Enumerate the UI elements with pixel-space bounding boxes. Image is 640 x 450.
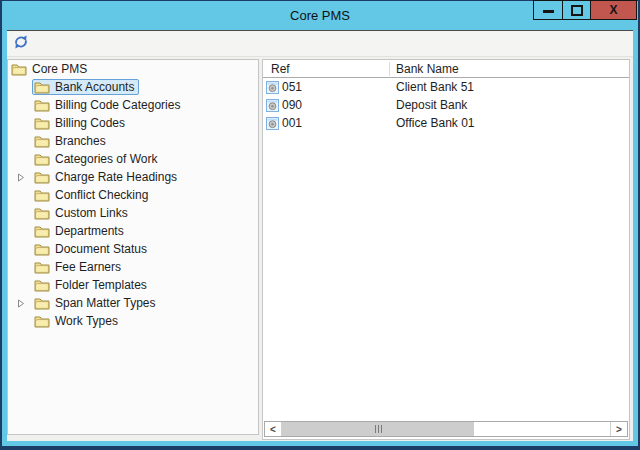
tree-item-charge-rate-headings[interactable]: Charge Rate Headings [8, 168, 258, 186]
tree-label-box: Conflict Checking [32, 187, 153, 203]
table-row[interactable]: 051Client Bank 51 [263, 78, 629, 96]
ref-value: 001 [282, 116, 302, 130]
tree-item-folder-templates[interactable]: Folder Templates [8, 276, 258, 294]
navigation-tree: Core PMSBank AccountsBilling Code Catego… [7, 59, 259, 435]
refresh-icon [13, 34, 29, 54]
window-frame: Core PMS Core PMSBank AccountsBil [2, 1, 638, 446]
column-header-bank-name[interactable]: Bank Name [390, 62, 629, 76]
horizontal-scrollbar[interactable]: < > [264, 421, 628, 437]
tree-label-box: Custom Links [32, 205, 133, 221]
folder-icon [34, 207, 50, 220]
toolbar [7, 31, 633, 57]
tree-item-label: Billing Code Categories [55, 98, 180, 112]
minimize-icon [543, 10, 554, 13]
main-area: Core PMSBank AccountsBilling Code Catego… [7, 58, 633, 441]
tree-item-billing-codes[interactable]: Billing Codes [8, 114, 258, 132]
tree-label-box: Categories of Work [32, 151, 163, 167]
tree-item-label: Categories of Work [55, 152, 158, 166]
scroll-right-arrow-icon[interactable]: > [610, 422, 627, 436]
tree-item-core-pms[interactable]: Core PMS [8, 60, 258, 78]
tree-label-box: Folder Templates [32, 277, 152, 293]
table-row[interactable]: 001Office Bank 01 [263, 114, 629, 132]
ref-cell: 090 [263, 98, 390, 112]
scroll-left-arrow-icon[interactable]: < [265, 422, 282, 436]
tree-item-label: Charge Rate Headings [55, 170, 177, 184]
expand-arrow-icon[interactable] [17, 299, 25, 308]
tree-item-label: Work Types [55, 314, 118, 328]
maximize-icon [571, 5, 583, 16]
folder-icon [34, 117, 50, 130]
folder-icon [34, 153, 50, 166]
tree-item-label: Billing Codes [55, 116, 125, 130]
tree-item-label: Core PMS [32, 62, 87, 76]
folder-icon [34, 315, 50, 328]
tree-item-label: Fee Earners [55, 260, 121, 274]
folder-icon [34, 297, 50, 310]
tree-item-bank-accounts[interactable]: Bank Accounts [8, 78, 258, 96]
folder-icon [34, 225, 50, 238]
scrollbar-grip-icon [375, 425, 376, 433]
refresh-button[interactable] [12, 35, 30, 53]
tree-item-label: Conflict Checking [55, 188, 148, 202]
close-button[interactable]: X [590, 1, 636, 19]
tree-item-branches[interactable]: Branches [8, 132, 258, 150]
close-icon: X [609, 4, 617, 16]
tree-label-box: Charge Rate Headings [32, 169, 182, 185]
bank-account-icon [266, 117, 279, 130]
client-area: Core PMSBank AccountsBilling Code Catego… [7, 30, 633, 441]
bank-name-cell: Office Bank 01 [390, 116, 629, 130]
tree-item-fee-earners[interactable]: Fee Earners [8, 258, 258, 276]
tree-label-box: Span Matter Types [32, 295, 161, 311]
bank-accounts-list: Ref Bank Name 051Client Bank 51090Deposi… [262, 59, 630, 440]
scrollbar-grip-icon [378, 425, 379, 433]
tree-label-box: Core PMS [9, 61, 92, 77]
tree-item-label: Branches [55, 134, 106, 148]
maximize-button[interactable] [562, 1, 590, 19]
table-row[interactable]: 090Deposit Bank [263, 96, 629, 114]
tree-label-box: Fee Earners [32, 259, 126, 275]
tree-item-billing-code-categories[interactable]: Billing Code Categories [8, 96, 258, 114]
app-window: Core PMS Core PMSBank AccountsBil [0, 0, 640, 450]
tree-item-conflict-checking[interactable]: Conflict Checking [8, 186, 258, 204]
tree-item-departments[interactable]: Departments [8, 222, 258, 240]
folder-icon [34, 99, 50, 112]
folder-icon [11, 63, 27, 76]
folder-icon [34, 135, 50, 148]
tree-item-label: Departments [55, 224, 124, 238]
ref-value: 090 [282, 98, 302, 112]
tree-label-box: Document Status [32, 241, 152, 257]
minimize-button[interactable] [534, 1, 562, 19]
tree-item-label: Custom Links [55, 206, 128, 220]
column-header-ref[interactable]: Ref [263, 62, 390, 76]
folder-icon [34, 81, 50, 94]
bank-account-icon [266, 81, 279, 94]
tree-selection-box: Bank Accounts [32, 79, 139, 95]
folder-icon [34, 171, 50, 184]
tree-item-span-matter-types[interactable]: Span Matter Types [8, 294, 258, 312]
tree-item-custom-links[interactable]: Custom Links [8, 204, 258, 222]
ref-cell: 001 [263, 116, 390, 130]
tree-item-work-types[interactable]: Work Types [8, 312, 258, 330]
tree-label-box: Departments [32, 223, 129, 239]
folder-icon [34, 243, 50, 256]
tree-label-box: Branches [32, 133, 111, 149]
tree-item-label: Folder Templates [55, 278, 147, 292]
folder-icon [34, 189, 50, 202]
tree-label-box: Work Types [32, 313, 123, 329]
tree-item-label: Document Status [55, 242, 147, 256]
tree-item-categories-of-work[interactable]: Categories of Work [8, 150, 258, 168]
tree-label-box: Billing Code Categories [32, 97, 185, 113]
expand-arrow-icon[interactable] [17, 173, 25, 182]
scrollbar-grip-icon [381, 425, 382, 433]
tree-item-document-status[interactable]: Document Status [8, 240, 258, 258]
ref-cell: 051 [263, 80, 390, 94]
tree-item-label: Bank Accounts [55, 80, 134, 94]
tree-item-label: Span Matter Types [55, 296, 156, 310]
list-rows: 051Client Bank 51090Deposit Bank001Offic… [263, 78, 629, 132]
bank-account-icon [266, 99, 279, 112]
folder-icon [34, 261, 50, 274]
scrollbar-thumb[interactable] [282, 422, 474, 436]
folder-icon [34, 279, 50, 292]
caption-buttons: X [533, 0, 637, 20]
tree-label-box: Billing Codes [32, 115, 130, 131]
